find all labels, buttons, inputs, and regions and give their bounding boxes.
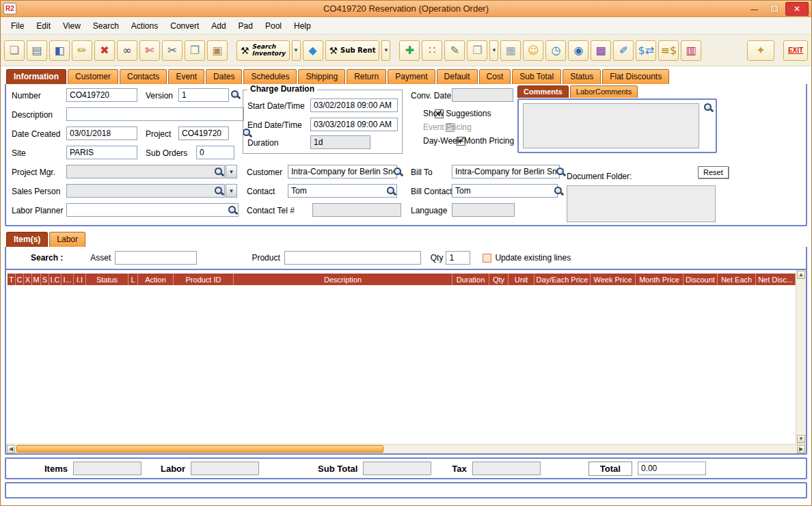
menu-item[interactable]: File	[5, 19, 30, 33]
sub-rent-dropdown[interactable]: ▼	[381, 40, 390, 61]
tab-information[interactable]: Information	[6, 69, 66, 84]
edit-pencil-button[interactable]: ✏	[72, 40, 92, 61]
add-button[interactable]: ✚	[399, 40, 420, 61]
project-mgr-search-icon[interactable]	[214, 167, 224, 176]
smiley-button[interactable]: ☺	[523, 40, 543, 61]
sub-orders-field[interactable]	[196, 146, 234, 159]
cart-button[interactable]: ▥	[681, 40, 701, 61]
conv-date-field[interactable]	[452, 88, 513, 102]
bill-contact-search-icon[interactable]	[554, 186, 563, 196]
items-table-body[interactable]	[6, 285, 796, 444]
delete-button[interactable]: ✖	[94, 40, 115, 61]
column-header[interactable]: S	[41, 274, 49, 285]
end-datetime-field[interactable]	[310, 118, 398, 131]
column-header[interactable]: T	[8, 274, 16, 285]
bill-to-field[interactable]	[452, 165, 560, 178]
cards-button[interactable]: ❐	[467, 40, 487, 61]
price-list-button[interactable]: ≡$	[658, 40, 679, 61]
column-header[interactable]: Unit	[509, 274, 534, 285]
horizontal-scrollbar[interactable]: ◀ ▶	[6, 444, 806, 453]
tab-contacts[interactable]: Contacts	[120, 69, 167, 84]
menu-item[interactable]: Actions	[125, 19, 164, 33]
project-field[interactable]	[178, 126, 229, 140]
column-header[interactable]: Discount	[684, 274, 718, 285]
maximize-button[interactable]	[766, 3, 783, 14]
tax-field[interactable]	[472, 462, 541, 475]
cut-special-button[interactable]: ✄	[139, 40, 160, 61]
copy-button[interactable]: ❐	[185, 40, 205, 61]
start-datetime-field[interactable]	[310, 98, 398, 112]
column-header[interactable]: M	[32, 274, 41, 285]
column-header[interactable]: Week Price	[591, 274, 636, 285]
vertical-scrollbar[interactable]: ▲ ▼	[796, 270, 806, 444]
spheres-button[interactable]: ∷	[422, 40, 442, 61]
menu-item[interactable]: Add	[205, 19, 232, 33]
labor-total-field[interactable]	[191, 462, 259, 475]
site-field[interactable]	[66, 146, 137, 159]
tab-schedules[interactable]: Schedules	[243, 69, 297, 84]
contact-search-icon[interactable]	[386, 186, 396, 196]
scroll-left-icon[interactable]: ◀	[7, 445, 15, 453]
tab-shipping[interactable]: Shipping	[298, 69, 345, 84]
column-header[interactable]: I.C	[49, 274, 62, 285]
version-search-icon[interactable]	[230, 90, 240, 99]
column-header[interactable]: Qty	[489, 274, 509, 285]
exit-button[interactable]: EXIT	[783, 40, 808, 61]
tab-comments[interactable]: Comments	[517, 85, 569, 98]
tab-cost[interactable]: Cost	[479, 69, 511, 84]
column-header[interactable]: Description	[234, 274, 452, 285]
search-inventory-dropdown[interactable]: ▼	[292, 40, 301, 61]
total-field[interactable]	[638, 462, 706, 475]
cut-button[interactable]: ✂	[162, 40, 182, 61]
document-folder-box[interactable]	[567, 185, 716, 222]
bill-to-search-icon[interactable]	[556, 167, 565, 176]
number-field[interactable]	[66, 88, 137, 102]
globe-button[interactable]: ◉	[568, 40, 588, 61]
menu-item[interactable]: Edit	[30, 19, 57, 33]
column-header[interactable]: Status	[86, 274, 128, 285]
sub-rent-button[interactable]: ⚒ Sub Rent	[325, 40, 380, 61]
tab-customer[interactable]: Customer	[68, 69, 118, 84]
sales-person-dropdown[interactable]: ▼	[226, 184, 237, 198]
tab-return[interactable]: Return	[347, 69, 386, 84]
scroll-up-icon[interactable]: ▲	[797, 271, 805, 279]
edit-note-button[interactable]: ✎	[444, 40, 465, 61]
edit-document-button[interactable]: ✐	[613, 40, 634, 61]
cards-dropdown[interactable]: ▼	[489, 40, 498, 61]
scrollbar-thumb[interactable]	[16, 445, 383, 453]
tab-event[interactable]: Event	[168, 69, 204, 84]
currency-refresh-button[interactable]: $⇄	[636, 40, 656, 61]
column-header[interactable]: Duration	[452, 274, 489, 285]
column-header[interactable]: Day/Each Price	[534, 274, 591, 285]
blocks-button[interactable]: ▦	[500, 40, 521, 61]
tab-payment[interactable]: Payment	[388, 69, 435, 84]
column-header[interactable]: Net Disc...	[756, 274, 796, 285]
column-header[interactable]: L	[128, 274, 138, 285]
customer-field[interactable]	[288, 165, 397, 178]
sales-person-search-icon[interactable]	[214, 186, 224, 196]
tab-labor-comments[interactable]: LaborComments	[570, 85, 638, 98]
tab-dates[interactable]: Dates	[206, 69, 242, 84]
column-header[interactable]: C	[16, 274, 24, 285]
labor-planner-search-icon[interactable]	[228, 205, 237, 215]
new-document-button[interactable]: ❏	[4, 40, 25, 61]
bill-contact-field[interactable]	[452, 184, 558, 198]
duration-field[interactable]	[310, 135, 370, 149]
print-button[interactable]: ▤	[27, 40, 47, 61]
scroll-down-icon[interactable]: ▼	[797, 435, 805, 443]
menu-item[interactable]: View	[57, 19, 87, 33]
update-existing-lines-checkbox[interactable]	[483, 254, 491, 263]
contact-tel-field[interactable]	[312, 203, 401, 217]
language-field[interactable]	[452, 203, 515, 217]
comments-textarea[interactable]	[523, 103, 699, 148]
menu-item[interactable]: Search	[87, 19, 125, 33]
tab-default[interactable]: Default	[437, 69, 478, 84]
items-total-field[interactable]	[73, 462, 141, 475]
minimize-button[interactable]: —	[746, 3, 763, 14]
close-button[interactable]: ✕	[785, 2, 809, 16]
menu-item[interactable]: Help	[288, 19, 317, 33]
column-header[interactable]: Product ID	[174, 274, 234, 285]
paste-button[interactable]: ▣	[207, 40, 228, 61]
tab-flat-discounts[interactable]: Flat Discounts	[602, 69, 669, 84]
tab-status[interactable]: Status	[563, 69, 601, 84]
